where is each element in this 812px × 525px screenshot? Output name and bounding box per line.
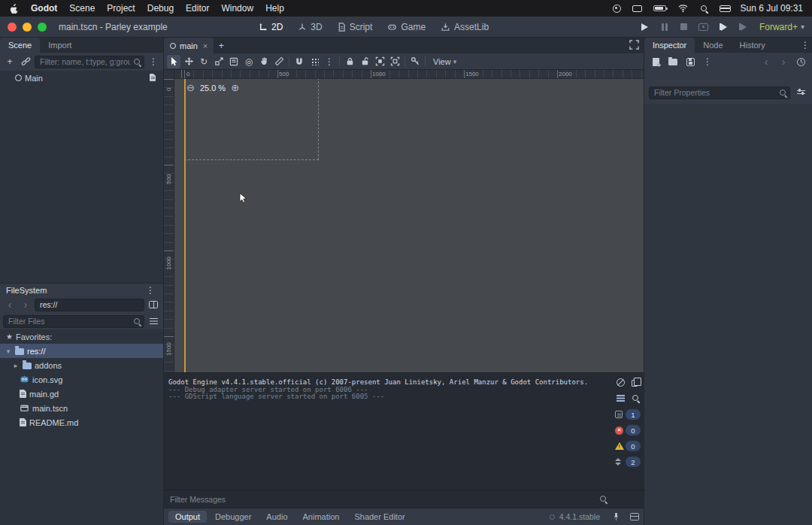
ungroup-button[interactable] — [388, 55, 401, 68]
menu-project[interactable]: Project — [107, 3, 135, 14]
new-resource-button[interactable] — [649, 55, 662, 68]
tab-scene[interactable]: Scene — [0, 38, 40, 53]
panel-layout-button[interactable] — [624, 510, 639, 523]
scale-tool-button[interactable] — [212, 55, 226, 68]
menu-help[interactable]: Help — [265, 3, 284, 14]
file-sort-button[interactable] — [147, 314, 160, 328]
filter-warnings-toggle[interactable]: 0 — [615, 441, 641, 451]
fs-row-main-tscn[interactable]: main.tscn — [0, 401, 163, 415]
display-icon[interactable] — [632, 5, 642, 12]
minimize-window-button[interactable] — [23, 23, 32, 32]
menu-window[interactable]: Window — [221, 3, 253, 14]
history-back-button[interactable]: ‹ — [759, 55, 773, 68]
group-button[interactable] — [373, 55, 386, 68]
unlock-button[interactable] — [358, 55, 371, 68]
wifi-icon[interactable] — [677, 4, 689, 13]
movie-mode-button[interactable] — [698, 21, 710, 33]
menubar-clock[interactable]: Sun 6 Jul 09:31 — [741, 3, 803, 14]
stop-button[interactable] — [678, 21, 690, 33]
pivot-tool-button[interactable]: ◎ — [242, 55, 256, 68]
property-filter-input[interactable] — [649, 86, 790, 99]
clear-output-button[interactable] — [616, 378, 626, 387]
workspace-2d[interactable]: 2D — [259, 22, 283, 32]
show-search-button[interactable] — [631, 393, 641, 403]
bottom-tab-animation[interactable]: Animation — [296, 511, 347, 523]
spotlight-icon[interactable] — [700, 5, 708, 13]
fs-row-addons[interactable]: ▸ addons — [0, 358, 163, 372]
close-window-button[interactable] — [8, 23, 17, 32]
snap-options-button[interactable]: ⋮ — [323, 55, 336, 68]
menu-editor[interactable]: Editor — [186, 3, 209, 14]
fs-row-icon-svg[interactable]: icon.svg — [0, 372, 163, 387]
battery-icon[interactable] — [653, 5, 666, 11]
insert-key-button[interactable] — [408, 55, 422, 68]
workspace-assetlib[interactable]: AssetLib — [441, 22, 489, 32]
chevron-right-icon[interactable]: ▸ — [12, 362, 20, 369]
zoom-out-button[interactable]: ⊖ — [186, 83, 195, 93]
ruler-vertical[interactable]: 0 500 1000 1500 — [164, 79, 174, 372]
update-status-icon[interactable] — [550, 514, 555, 520]
ruler-tool-button[interactable] — [272, 55, 286, 68]
bottom-tab-shader-editor[interactable]: Shader Editor — [347, 511, 411, 523]
workspace-3d[interactable]: 3D — [298, 22, 322, 32]
tab-import[interactable]: Import — [40, 38, 80, 53]
lock-button[interactable] — [343, 55, 356, 68]
chevron-down-icon[interactable]: ▾ — [5, 347, 12, 355]
grid-snap-button[interactable] — [308, 55, 321, 68]
property-display-options-button[interactable] — [794, 86, 807, 99]
apple-menu-icon[interactable] — [9, 3, 19, 14]
pause-button[interactable] — [659, 21, 671, 33]
filter-errors-toggle[interactable]: × 0 — [615, 425, 641, 435]
filter-messages-toggle[interactable]: 1 — [615, 409, 641, 420]
smart-snap-button[interactable] — [292, 55, 306, 68]
save-resource-button[interactable] — [683, 55, 697, 68]
play-custom-scene-button[interactable] — [737, 21, 749, 33]
move-tool-button[interactable] — [182, 55, 195, 68]
workspace-game[interactable]: Game — [387, 22, 426, 32]
menu-debug[interactable]: Debug — [147, 3, 174, 14]
fs-row-main-gd[interactable]: main.gd — [0, 387, 163, 401]
close-tab-icon[interactable]: × — [203, 41, 208, 50]
scene-tree-row-main[interactable]: Main — [0, 71, 163, 85]
menu-godot[interactable]: Godot — [31, 3, 57, 14]
dock-options-button[interactable]: ⋮ — [798, 38, 812, 52]
pin-panel-button[interactable] — [609, 510, 623, 523]
fs-row-readme[interactable]: README.md — [0, 415, 163, 429]
play-button[interactable] — [639, 21, 651, 33]
bottom-tab-output[interactable]: Output — [168, 511, 207, 523]
control-center-icon[interactable] — [720, 5, 729, 12]
output-filter-input[interactable] — [170, 495, 599, 504]
instance-scene-button[interactable] — [19, 55, 32, 68]
scene-filter-input[interactable] — [35, 56, 144, 68]
renderer-selector[interactable]: Forward+ ▾ — [759, 22, 804, 32]
filter-editor-log-toggle[interactable]: 2 — [615, 457, 641, 467]
zoom-in-button[interactable]: ⊕ — [231, 83, 239, 93]
filesystem-more-button[interactable]: ⋮ — [144, 284, 157, 297]
history-forward-button[interactable]: › — [777, 55, 790, 68]
scene-dock-more-button[interactable]: ⋮ — [147, 55, 160, 68]
edit-history-button[interactable] — [794, 55, 807, 68]
view-menu-button[interactable]: View ▾ — [429, 57, 461, 66]
fs-row-res[interactable]: ▾ res:// — [0, 344, 163, 358]
new-scene-tab-button[interactable]: + — [214, 38, 229, 53]
favorites-row[interactable]: ★ Favorites: — [0, 329, 163, 344]
tab-history[interactable]: History — [732, 38, 774, 53]
copy-output-button[interactable] — [631, 378, 641, 387]
scene-tab-main[interactable]: main × — [164, 38, 214, 53]
screen-record-icon[interactable] — [613, 5, 621, 13]
zoom-window-button[interactable] — [38, 23, 47, 32]
pan-tool-button[interactable] — [257, 55, 271, 68]
ruler-horizontal[interactable]: 0 500 1000 1500 2000 — [174, 70, 644, 79]
resource-options-button[interactable]: ⋮ — [701, 55, 714, 68]
menu-scene[interactable]: Scene — [69, 3, 95, 14]
collapse-duplicates-button[interactable] — [616, 393, 626, 403]
select-tool-button[interactable] — [167, 55, 180, 68]
split-view-button[interactable] — [147, 298, 160, 311]
zoom-level[interactable]: 25.0 % — [200, 83, 226, 93]
tab-inspector[interactable]: Inspector — [644, 38, 695, 53]
rotate-tool-button[interactable]: ↻ — [197, 55, 211, 68]
attached-script-icon[interactable] — [150, 74, 156, 81]
2d-viewport-canvas[interactable]: ⊖ 25.0 % ⊕ — [174, 79, 644, 372]
tab-node[interactable]: Node — [695, 38, 731, 53]
bottom-tab-audio[interactable]: Audio — [259, 511, 294, 523]
